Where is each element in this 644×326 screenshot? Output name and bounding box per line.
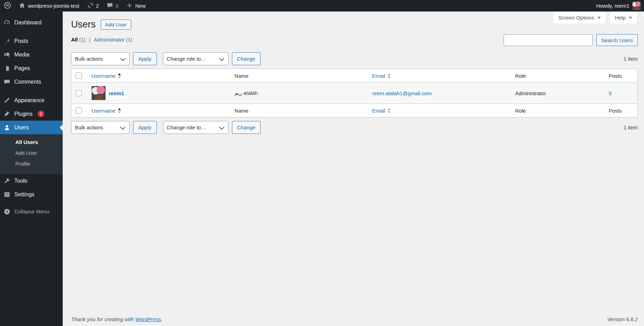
- sidebar-item-media[interactable]: Media: [0, 48, 63, 61]
- version-text: Version 6.8.2: [607, 316, 638, 322]
- row-checkbox[interactable]: [76, 90, 82, 96]
- sidebar-item-label: Dashboard: [14, 20, 41, 26]
- change-button[interactable]: Change: [232, 52, 261, 65]
- site-menu-button[interactable]: wordpress-joomla-test: [15, 0, 83, 12]
- media-icon: [3, 51, 10, 58]
- change-role-select-bottom[interactable]: Change role to…: [163, 121, 228, 134]
- new-label: New: [135, 3, 146, 9]
- table-row: reem1 ريم atalah reem.atalah1@gmail.com …: [71, 83, 638, 104]
- main-content: Screen Options Help Users Add User All (…: [63, 12, 644, 326]
- add-user-button[interactable]: Add User: [101, 20, 132, 30]
- view-administrator-count: (1): [126, 37, 132, 43]
- sidebar-item-label: Posts: [14, 38, 28, 44]
- bulk-actions-select-wrap-bottom: Bulk actions: [71, 121, 130, 134]
- screen-options-label: Screen Options: [558, 15, 594, 21]
- change-role-select-wrap: Change role to…: [163, 52, 228, 65]
- sidebar-item-profile[interactable]: Profile: [0, 158, 63, 169]
- posts-column-header: Posts: [609, 108, 622, 114]
- sidebar-item-all-users[interactable]: All Users: [0, 137, 63, 147]
- apply-button-bottom[interactable]: Apply: [133, 121, 157, 134]
- my-account-button[interactable]: Howdy, reem1: [596, 1, 644, 10]
- change-role-select-wrap-bottom: Change role to…: [163, 121, 228, 134]
- comments-button[interactable]: 0: [103, 0, 122, 12]
- plus-icon: [126, 2, 133, 10]
- views-separator: |: [89, 37, 91, 43]
- chevron-down-icon: [629, 17, 632, 21]
- sort-arrows-icon: [388, 108, 390, 113]
- user-full-name: ريم atalah: [234, 90, 257, 96]
- role-column-header: Role: [515, 73, 526, 79]
- site-name: wordpress-joomla-test: [28, 3, 79, 9]
- items-count-bottom: 1 item: [623, 124, 638, 130]
- posts-column-header: Posts: [609, 73, 622, 79]
- sidebar-item-dashboard[interactable]: Dashboard: [0, 16, 63, 29]
- bulk-actions-select[interactable]: Bulk actions: [71, 52, 130, 65]
- sidebar-item-posts[interactable]: Posts: [0, 34, 63, 48]
- sidebar-item-label: Plugins: [14, 111, 32, 117]
- search-users-button[interactable]: Search Users: [596, 34, 638, 46]
- username-column-header: Username: [92, 73, 116, 79]
- view-administrator-link[interactable]: Administrator: [94, 37, 124, 43]
- bulk-actions-select-bottom[interactable]: Bulk actions: [71, 121, 130, 134]
- email-column-header: Email: [372, 73, 385, 79]
- select-all-checkbox-bottom[interactable]: [76, 107, 82, 114]
- updates-count: 2: [96, 3, 99, 9]
- new-button[interactable]: New: [122, 0, 149, 12]
- sort-by-username-link-bottom[interactable]: Username: [92, 108, 121, 114]
- sort-by-username-link[interactable]: Username: [92, 73, 121, 79]
- sidebar-item-label: Users: [14, 124, 29, 131]
- plugins-update-badge: 1: [38, 111, 44, 117]
- username-link[interactable]: reem1: [109, 90, 124, 96]
- update-icon: [87, 2, 94, 10]
- view-all-link[interactable]: All: [71, 37, 78, 43]
- bulk-actions-select-wrap: Bulk actions: [71, 52, 130, 65]
- settings-icon: [3, 191, 10, 198]
- wordpress-link[interactable]: WordPress: [135, 316, 161, 322]
- screen-options-button[interactable]: Screen Options: [553, 12, 606, 24]
- sidebar-item-label: Appearance: [14, 97, 44, 104]
- user-email-link[interactable]: reem.atalah1@gmail.com: [372, 90, 432, 96]
- sidebar-item-plugins[interactable]: Plugins 1: [0, 107, 63, 121]
- role-column-header: Role: [515, 108, 526, 114]
- user-avatar: [92, 86, 106, 100]
- comments-count: 0: [116, 3, 118, 9]
- footer-thanks-text: Thank you for creating with: [71, 316, 135, 322]
- help-label: Help: [615, 15, 626, 21]
- footer-thanks: Thank you for creating with WordPress.: [71, 316, 163, 322]
- admin-bar: W wordpress-joomla-test 2 0 New Howdy, r…: [0, 0, 644, 12]
- sidebar-item-label: Pages: [14, 65, 30, 71]
- sort-by-email-link-bottom[interactable]: Email: [372, 108, 390, 114]
- sidebar-item-tools[interactable]: Tools: [0, 174, 63, 188]
- sort-by-email-link[interactable]: Email: [372, 73, 390, 79]
- sidebar-item-add-user[interactable]: Add User: [0, 147, 63, 158]
- collapse-menu-button[interactable]: Collapse Menu: [0, 205, 63, 218]
- comments-icon: [3, 78, 10, 85]
- sidebar-item-settings[interactable]: Settings: [0, 188, 63, 201]
- search-users-input[interactable]: [504, 34, 593, 46]
- users-icon: [3, 124, 10, 131]
- updates-button[interactable]: 2: [83, 0, 103, 12]
- sidebar-item-label: Tools: [14, 178, 27, 184]
- user-posts-link[interactable]: 5: [609, 90, 612, 96]
- sidebar-item-comments[interactable]: Comments: [0, 75, 63, 89]
- home-icon: [19, 2, 25, 10]
- svg-text:W: W: [6, 3, 9, 7]
- apply-button[interactable]: Apply: [133, 52, 157, 65]
- select-all-checkbox[interactable]: [76, 73, 82, 79]
- users-table: Username Name Email Role Posts: [71, 69, 638, 117]
- name-column-header: Name: [234, 73, 248, 79]
- username-column-header: Username: [92, 108, 116, 114]
- sidebar: Dashboard Posts Media Pages Comments App…: [0, 12, 63, 326]
- change-button-bottom[interactable]: Change: [232, 121, 261, 134]
- comment-icon: [107, 2, 113, 10]
- sidebar-item-users[interactable]: Users: [0, 121, 63, 134]
- sidebar-item-appearance[interactable]: Appearance: [0, 93, 63, 107]
- dashboard-icon: [3, 19, 10, 26]
- chevron-down-icon: [597, 17, 601, 21]
- page-title: Users: [71, 19, 96, 30]
- change-role-select[interactable]: Change role to…: [163, 52, 228, 65]
- sidebar-item-pages[interactable]: Pages: [0, 61, 63, 75]
- wordpress-menu-button[interactable]: W: [0, 0, 15, 12]
- help-button[interactable]: Help: [609, 12, 638, 24]
- collapse-menu-label: Collapse Menu: [14, 209, 49, 214]
